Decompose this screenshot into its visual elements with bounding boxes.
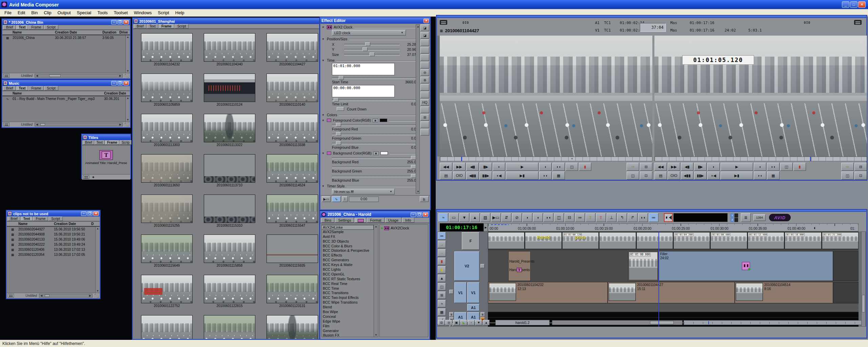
record-icon[interactable]: ◎ xyxy=(446,320,452,325)
clip-name-label[interactable]: 20100601113338 xyxy=(267,142,318,147)
clip-name-label[interactable]: 20100601115858 xyxy=(204,263,255,267)
title-clip-harold-presents[interactable]: Harold_Presents HaroTsents xyxy=(508,251,531,281)
clip-frame-image[interactable] xyxy=(204,234,255,263)
track-button-v1-source[interactable]: V1 xyxy=(454,282,467,303)
contrast-b-button[interactable]: ◪ xyxy=(420,32,429,39)
caret-button[interactable]: I xyxy=(342,196,348,202)
20100602040133[interactable]: ▦ 20100602040133 15.06.2010 19:49:06 xyxy=(7,237,100,242)
film-frame[interactable]: 01:01:12.480 xyxy=(748,232,784,249)
patch-badge[interactable] xyxy=(734,218,738,222)
step-forward-button[interactable]: ▮▶ xyxy=(694,163,707,171)
effect-category-item[interactable]: BCC Generators xyxy=(322,258,374,263)
blank-button-8[interactable] xyxy=(420,121,429,128)
bin-shanghai-titlebar[interactable]: 20100601_Shanghai xyxy=(133,18,319,24)
effect-category-item[interactable]: Avid FX xyxy=(322,234,374,239)
start-time-slider[interactable] xyxy=(332,76,416,80)
menu-item[interactable]: Bin xyxy=(28,9,41,16)
fg-red-slider[interactable] xyxy=(332,123,416,127)
count-down-checkbox[interactable] xyxy=(337,107,344,111)
clip-frame-image[interactable] xyxy=(141,195,193,223)
collapse-triangle-icon[interactable]: ▼ xyxy=(322,119,325,122)
position-indicator[interactable] xyxy=(461,157,462,161)
track-list-icon[interactable]: ≣ xyxy=(741,213,751,222)
mark-out-button[interactable]: ◗ xyxy=(707,163,720,171)
quad-split-button[interactable]: ◫ xyxy=(780,163,793,171)
track-panel-icon[interactable]: ≔ xyxy=(649,213,658,222)
back-ten-button[interactable]: ◀▮▮ xyxy=(681,171,693,180)
frame-size-icon[interactable]: ◆ xyxy=(91,176,95,179)
bin-menu-button[interactable] xyxy=(83,175,89,179)
restore-button[interactable]: ❐ xyxy=(87,211,93,216)
clip-thumbnail[interactable]: 20100601113650 xyxy=(141,154,193,189)
clip-frame-image[interactable] xyxy=(204,114,255,142)
x-slider[interactable] xyxy=(344,42,400,46)
v1-monitor-button[interactable] xyxy=(449,290,453,294)
expand-icon[interactable]: ▲ xyxy=(470,213,480,222)
horizontal-scrollbar[interactable]: ◀ ▶ xyxy=(35,74,123,78)
remove-effect-icon[interactable]: ⊘ xyxy=(512,213,522,222)
menu-item[interactable]: Output xyxy=(55,9,74,16)
effect-category-item[interactable]: BCC Real Time xyxy=(322,282,374,286)
match-frame-button[interactable]: ◗◖ xyxy=(754,171,766,180)
timeline-track-area[interactable]: Harold prese 01:01:00.120 01:01:04.200 xyxy=(488,231,859,327)
bin-tab[interactable]: Frame xyxy=(159,24,174,28)
back-ten-button[interactable]: ◀▮▮ xyxy=(466,171,479,180)
collapse-icon[interactable]: ▼ xyxy=(459,213,469,222)
track-button-v1-record[interactable]: V1 xyxy=(467,282,479,303)
effect-category-item[interactable]: Blend xyxy=(322,305,374,310)
video-track-2-badge[interactable]: 2 xyxy=(730,218,734,222)
clip-frame-image[interactable] xyxy=(267,74,318,102)
effect-category-item[interactable]: BCC Keys & Matte xyxy=(322,263,374,267)
app-minimize-button[interactable]: _ xyxy=(842,1,849,8)
clip-name-label[interactable]: 20100601110140 xyxy=(267,102,318,106)
collapse-triangle-icon[interactable]: ▼ xyxy=(322,38,325,41)
menu-item[interactable]: Special xyxy=(74,9,95,16)
clip-frame-image[interactable] xyxy=(267,33,318,62)
minimize-button[interactable]: – xyxy=(81,211,86,216)
effect-category-item[interactable]: BCC Two-Input Effects xyxy=(322,295,374,300)
minimize-button[interactable]: – xyxy=(111,20,117,24)
clip-thumbnail[interactable]: 20100601113322 xyxy=(204,114,255,148)
resize-grip[interactable] xyxy=(95,294,99,298)
timeline-horizontal-scrollbar[interactable] xyxy=(552,320,683,325)
bin-tab[interactable]: Text xyxy=(21,217,33,221)
clip-frame-image[interactable] xyxy=(141,114,193,142)
clip-frame-image[interactable] xyxy=(141,154,193,183)
clip-thumbnail[interactable] xyxy=(267,315,318,340)
zoom-in-button[interactable]: ⊕ xyxy=(420,77,429,83)
bin-menu-button[interactable] xyxy=(8,294,14,298)
effect-category-item[interactable]: BCC RT Static Textures xyxy=(322,277,374,282)
mark-in-button[interactable]: ◖ xyxy=(754,163,766,171)
20100601120354[interactable]: ▦ 20100601120354 13.06.2010 17:02:05 xyxy=(7,252,100,257)
grid-view-button[interactable]: ▤ xyxy=(440,171,452,180)
clip-thumbnail[interactable]: 20100601104340 xyxy=(204,33,255,68)
column-d[interactable]: D xyxy=(91,222,97,226)
source-monitor-video[interactable] xyxy=(440,36,652,157)
foreground-swatch[interactable] xyxy=(327,119,331,122)
20100601120406[interactable]: ▦ 20100601120406 13.06.2010 17:02:13 xyxy=(7,247,100,252)
filler-clip[interactable]: Filler 24:02 xyxy=(658,251,833,281)
color-picker-icon[interactable]: ▣ xyxy=(373,151,379,155)
size-slider[interactable] xyxy=(344,53,400,56)
go-to-end-button[interactable]: ▶▮ xyxy=(721,171,753,180)
mark-clip-button[interactable]: ◗◖ xyxy=(552,163,565,171)
tab-format[interactable]: Format xyxy=(367,218,384,223)
video-output-button[interactable]: ⊡ xyxy=(854,171,867,180)
go-to-end-button[interactable]: ▶▮ xyxy=(506,171,538,180)
clock-effect-clip[interactable]: 01:01:00.000 xyxy=(628,251,658,281)
film-frame[interactable]: 01:01:04.200 xyxy=(673,232,710,249)
close-button[interactable]: ✕ xyxy=(423,19,429,23)
bin-tab[interactable]: Brief xyxy=(134,24,146,28)
bin-titles-titlebar[interactable]: Titles xyxy=(82,135,130,140)
bin-music-titlebar[interactable]: Music – ❐ ✕ xyxy=(2,80,130,86)
clip-frame-image[interactable] xyxy=(204,315,255,340)
restore-button[interactable]: ❐ xyxy=(117,20,123,24)
column-name[interactable]: Name xyxy=(13,91,104,95)
clip-frame-image[interactable] xyxy=(141,74,193,102)
mute-button[interactable] xyxy=(664,213,673,222)
scroll-down-icon[interactable]: ▼ xyxy=(475,320,482,325)
full-screen-button[interactable]: ◫ xyxy=(841,171,854,180)
video-output-button[interactable]: ⊡ xyxy=(640,171,652,180)
blank-button-3[interactable] xyxy=(420,54,429,61)
title-clip-icon[interactable]: T xyxy=(99,150,113,160)
